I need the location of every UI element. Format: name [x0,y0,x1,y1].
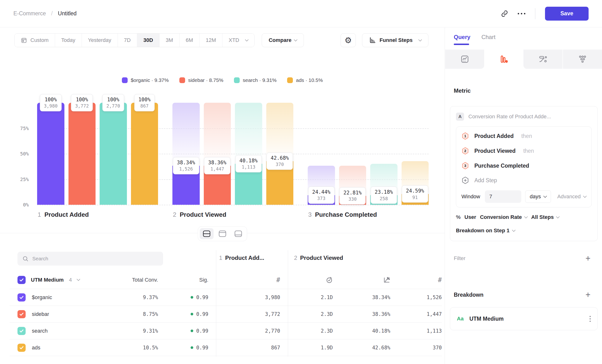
metric-step-1[interactable]: 1Product Addedthen [462,128,586,143]
breakdown-property-card[interactable]: Aa UTM Medium [450,307,598,330]
compare-button[interactable]: Compare [262,33,304,47]
conv-rate-column-header[interactable] [333,276,390,284]
more-menu-button[interactable] [518,13,525,14]
breakdown-column-header[interactable]: UTM Medium [31,277,64,283]
count-column-header[interactable]: # [224,276,280,284]
window-value-input[interactable] [485,190,521,203]
table-row-search[interactable]: search9.31%0.992,7702.3D40.18%1,113 [10,322,442,339]
chart-controls: CustomTodayYesterday7D30D3M6M12MXTD Comp… [14,33,428,47]
report-type-flows[interactable] [524,50,562,69]
metric-title-row[interactable]: A Conversion Rate of Product Adde... [456,113,592,121]
breadcrumb-project[interactable]: E-Commerce [13,10,46,17]
step2-conv-rate: 40.18% [333,328,390,334]
date-range-12m[interactable]: 12M [199,33,222,47]
measure-dropdown[interactable]: Conversion Rate [480,214,527,220]
funnel-bar-search-step3[interactable]: 23.18%258 [370,103,398,205]
steps-scope-dropdown[interactable]: All Steps [531,214,559,220]
funnel-bar-ads-step1[interactable]: 100%867 [131,103,158,205]
counting-method[interactable]: User [464,214,476,220]
table-row-sidebar[interactable]: sidebar8.75%0.993,7722.3D38.36%1,447 [10,306,442,322]
report-type-funnels[interactable] [484,50,523,69]
legend-item-search[interactable]: search · 9.31% [234,77,277,83]
chart-type-dropdown[interactable]: Funnel Steps [362,33,428,47]
row-checkbox[interactable] [18,327,26,335]
date-range-custom[interactable]: Custom [15,33,55,47]
total-conv-header[interactable]: Total Conv. [120,277,158,283]
legend-item-sidebar[interactable]: sidebar · 8.75% [179,77,223,83]
funnel-bar-search-step2[interactable]: 40.18%1,113 [235,103,262,205]
funnel-bar-organic-step2[interactable]: 38.34%1,526 [172,103,200,205]
advanced-dropdown[interactable]: Advanced [557,193,586,200]
step2-conv-rate: 38.36% [333,311,390,317]
funnel-bar-ads-step2[interactable]: 42.68%370 [266,103,294,205]
retention-dots-icon [578,55,587,64]
report-type-retention[interactable] [562,50,602,69]
table-row-ads[interactable]: ads10.5%0.998671.9D42.68%370 [10,339,442,356]
share-link-button[interactable] [501,10,508,17]
filter-section: Filter + [454,254,591,263]
tab-query[interactable]: Query [454,34,470,50]
date-range-xtd[interactable]: XTD [222,33,254,47]
metric-step-3[interactable]: 3Purchase Completed [462,158,586,173]
view-toggle-table-only[interactable] [231,228,245,239]
tab-chart[interactable]: Chart [481,34,497,50]
date-range-3m[interactable]: 3M [159,33,179,47]
split-view-icon [203,230,211,237]
date-range-yesterday[interactable]: Yesterday [82,33,118,47]
legend-item-organic[interactable]: $organic · 9.37% [122,77,169,83]
layout-view-toggle [198,226,247,241]
step-axis-label: 2Product Viewed [173,211,226,218]
chart-settings-button[interactable]: ⚙ [341,33,356,47]
converted-bar [68,103,96,205]
table-row-organic[interactable]: $organic9.37%0.993,9802.1D38.34%1,526 [10,289,442,306]
legend-swatch [179,77,185,83]
funnel-bar-organic-step3[interactable]: 24.44%373 [308,103,335,205]
add-breakdown-button[interactable]: + [585,290,591,299]
chevron-down-icon[interactable] [77,277,80,281]
view-toggle-split-view[interactable] [200,228,214,239]
date-range-6m[interactable]: 6M [179,33,199,47]
window-unit-dropdown[interactable]: days [525,190,551,203]
funnel-bar-search-step1[interactable]: 100%2,770 [100,103,127,205]
property-options-menu[interactable] [590,316,591,322]
avg-time-column-header[interactable] [296,276,333,284]
date-range-today[interactable]: Today [55,33,82,47]
view-toggle-chart-only[interactable] [215,228,229,239]
metric-step-2[interactable]: 2Product Viewedthen [462,143,586,158]
funnel-bar-ads-step3[interactable]: 24.59%91 [402,103,429,205]
legend-label: search · 9.31% [243,77,277,83]
funnel-bars-icon [500,55,508,64]
funnel-bar-organic-step1[interactable]: 100%3,980 [37,103,64,205]
add-filter-button[interactable]: + [585,254,591,263]
funnel-steps-icon [369,37,376,44]
select-all-checkbox[interactable] [18,276,26,284]
date-range-7d[interactable]: 7D [118,33,137,47]
save-button[interactable]: Save [545,7,589,21]
row-checkbox[interactable] [18,310,26,318]
funnel-bar-sidebar-step2[interactable]: 38.36%1,447 [204,103,231,205]
date-range-30d[interactable]: 30D [137,33,159,47]
chart-percent-icon [383,276,390,284]
step2-avg-time: 1.9D [296,345,333,351]
step2-avg-time: 2.1D [296,295,333,300]
table-search[interactable] [18,252,163,266]
breadcrumb-report-title[interactable]: Untitled [58,10,77,17]
funnel-steps-editor: 1Product Addedthen2Product Viewedthen3Pu… [456,127,592,207]
breakdown-on-step-dropdown[interactable]: Breakdown on Step 1 [456,227,592,234]
report-type-insights[interactable] [445,50,484,69]
flows-icon [538,55,547,64]
count-column-header[interactable]: # [390,276,442,284]
funnel-bar-sidebar-step3[interactable]: 22.81%330 [339,103,366,205]
add-step-button[interactable]: Add Step [462,173,586,188]
funnel-bar-sidebar-step1[interactable]: 100%3,772 [68,103,96,205]
search-input[interactable] [32,256,158,261]
chevron-down-icon [583,194,587,198]
step1-count: 2,770 [224,328,280,334]
row-checkbox[interactable] [18,344,26,352]
bar-value-label: 22.81%330 [339,187,366,204]
legend-item-ads[interactable]: ads · 10.5% [287,77,323,83]
row-checkbox[interactable] [18,293,26,301]
step1-count: 3,772 [224,311,280,317]
sig-header[interactable]: Sig. [158,277,208,283]
bar-value-label: 40.18%1,113 [235,155,262,172]
